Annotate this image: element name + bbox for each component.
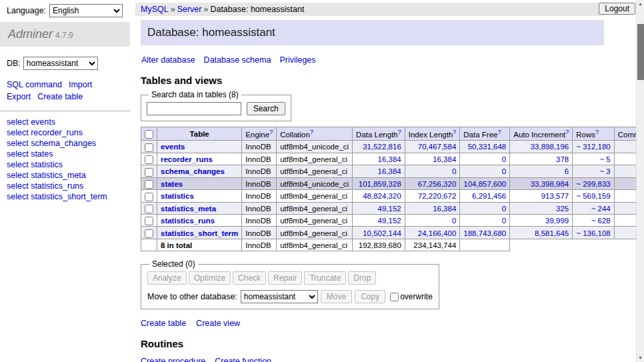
index-length-link[interactable]: 70,467,584	[418, 143, 457, 151]
rows-link[interactable]: ~ 3	[599, 167, 610, 175]
analyze-button[interactable]: Analyze	[147, 271, 187, 285]
db-select[interactable]: homeassistant	[23, 57, 98, 70]
sidebar-table-link[interactable]: select statistics	[7, 160, 63, 169]
table-name-link[interactable]: statistics_meta	[161, 205, 216, 213]
data-free-link[interactable]: 0	[502, 205, 506, 213]
app-name[interactable]: Adminer	[8, 27, 53, 41]
move-database-select[interactable]: homeassistant	[241, 290, 318, 303]
row-checkbox[interactable]	[145, 205, 153, 213]
data-length-link[interactable]: 16,384	[378, 155, 401, 163]
auto-increment-link[interactable]: 325	[556, 205, 569, 213]
database-schema-link[interactable]: Database schema	[204, 55, 271, 65]
index-length-link[interactable]: 16,384	[433, 205, 456, 213]
table-name-link[interactable]: states	[161, 180, 183, 188]
row-checkbox[interactable]	[145, 217, 153, 225]
data-length-link[interactable]: 49,152	[378, 217, 401, 225]
row-checkbox[interactable]	[145, 143, 153, 152]
data-free-link[interactable]: 104,857,600	[463, 180, 506, 188]
scrollbar[interactable]: ▲ ▼	[636, 0, 644, 362]
search-input[interactable]	[147, 102, 241, 115]
create-procedure-link[interactable]: Create procedure	[141, 357, 205, 362]
sidebar-table-link[interactable]: select statistics_short_term	[7, 192, 107, 201]
rows-link[interactable]: ~ 312,180	[576, 143, 610, 151]
row-checkbox[interactable]	[145, 193, 153, 201]
index-length-link[interactable]: 72,220,672	[418, 192, 457, 200]
breadcrumb-link-mysql[interactable]: MySQL	[141, 5, 169, 14]
check-button[interactable]: Check	[233, 271, 266, 285]
data-free-link[interactable]: 0	[502, 167, 506, 175]
import-link[interactable]: Import	[69, 79, 92, 91]
create-function-link[interactable]: Create function	[215, 357, 271, 362]
scrollbar-thumb[interactable]	[637, 24, 644, 80]
data-free-link[interactable]: 0	[502, 217, 506, 225]
search-button[interactable]: Search	[247, 102, 285, 115]
repair-button[interactable]: Repair	[268, 271, 302, 285]
table-name-link[interactable]: schema_changes	[161, 167, 225, 175]
breadcrumb-link-server[interactable]: Server	[177, 5, 202, 14]
data-length-link[interactable]: 10,502,144	[363, 229, 401, 237]
row-checkbox[interactable]	[145, 229, 153, 238]
row-checkbox[interactable]	[145, 155, 153, 164]
help-link[interactable]: ?	[398, 129, 401, 135]
sidebar-table-link[interactable]: select statistics_meta	[7, 171, 86, 180]
data-free-link[interactable]: 50,331,648	[468, 143, 507, 151]
index-length-link[interactable]: 0	[452, 217, 456, 225]
data-length-link[interactable]: 101,859,328	[359, 180, 401, 188]
export-link[interactable]: Export	[7, 91, 31, 103]
move-button[interactable]: Move	[321, 290, 352, 303]
table-name-link[interactable]: events	[161, 143, 185, 151]
index-length-link[interactable]: 67,256,320	[418, 180, 457, 188]
auto-increment-link[interactable]: 33,398,984	[531, 180, 569, 188]
rows-link[interactable]: ~ 136,108	[576, 229, 610, 237]
auto-increment-link[interactable]: 6	[565, 167, 569, 175]
sidebar-table-link[interactable]: select events	[7, 117, 55, 127]
row-checkbox[interactable]	[145, 168, 153, 177]
create-view-link[interactable]: Create view	[196, 319, 240, 328]
scroll-up-icon[interactable]: ▲	[637, 0, 644, 8]
data-length-link[interactable]: 49,152	[378, 205, 401, 213]
optimize-button[interactable]: Optimize	[189, 271, 231, 285]
data-free-link[interactable]: 6,291,456	[472, 192, 506, 200]
auto-increment-link[interactable]: 8,581,645	[535, 229, 569, 237]
table-name-link[interactable]: statistics_short_term	[161, 229, 238, 237]
help-link[interactable]: ?	[269, 129, 273, 135]
alter-database-link[interactable]: Alter database	[141, 55, 195, 65]
help-link[interactable]: ?	[453, 129, 456, 135]
help-link[interactable]: ?	[565, 129, 569, 135]
help-link[interactable]: ?	[595, 129, 599, 135]
table-name-link[interactable]: recorder_runs	[161, 155, 213, 163]
help-link[interactable]: ?	[497, 129, 501, 135]
table-name-link[interactable]: statistics_runs	[161, 217, 215, 225]
rows-link[interactable]: ~ 244	[591, 205, 611, 213]
copy-button[interactable]: Copy	[355, 290, 385, 303]
auto-increment-link[interactable]: 33,898,196	[531, 143, 569, 151]
overwrite-checkbox[interactable]	[390, 293, 399, 301]
auto-increment-link[interactable]: 913,577	[541, 192, 569, 200]
logout-button[interactable]: Logout	[599, 3, 635, 15]
sidebar-table-link[interactable]: select schema_changes	[7, 139, 96, 148]
rows-link[interactable]: ~ 5	[599, 155, 610, 163]
rows-link[interactable]: ~ 299,833	[576, 180, 610, 188]
data-length-link[interactable]: 16,384	[378, 167, 401, 175]
data-free-link[interactable]: 188,743,680	[463, 229, 506, 237]
row-checkbox[interactable]	[145, 180, 153, 189]
rows-link[interactable]: ~ 569,159	[576, 192, 610, 200]
privileges-link[interactable]: Privileges	[279, 55, 315, 65]
index-length-link[interactable]: 24,166,400	[418, 229, 457, 237]
data-length-link[interactable]: 48,824,320	[363, 192, 401, 200]
rows-link[interactable]: ~ 628	[591, 217, 611, 225]
help-link[interactable]: ?	[310, 129, 313, 135]
drop-button[interactable]: Drop	[348, 271, 376, 285]
index-length-link[interactable]: 16,384	[433, 155, 456, 163]
index-length-link[interactable]: 0	[452, 167, 456, 175]
sidebar-table-link[interactable]: select recorder_runs	[7, 128, 83, 137]
select-all-checkbox[interactable]	[145, 130, 153, 139]
auto-increment-link[interactable]: 378	[556, 155, 569, 163]
create-table-link[interactable]: Create table	[141, 319, 186, 328]
data-free-link[interactable]: 0	[502, 155, 506, 163]
data-length-link[interactable]: 31,522,816	[363, 143, 401, 151]
language-select[interactable]: English	[49, 4, 123, 17]
scroll-down-icon[interactable]: ▼	[637, 354, 644, 362]
create-table-side-link[interactable]: Create table	[37, 91, 83, 103]
truncate-button[interactable]: Truncate	[304, 271, 346, 285]
